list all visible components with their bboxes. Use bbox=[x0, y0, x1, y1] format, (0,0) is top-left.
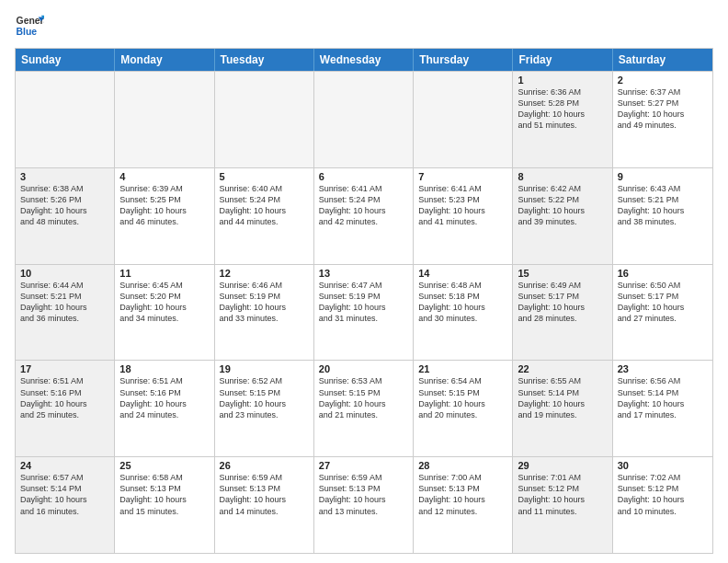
cell-info: Sunrise: 7:00 AM Sunset: 5:13 PM Dayligh… bbox=[418, 472, 507, 517]
calendar-cell: 2Sunrise: 6:37 AM Sunset: 5:27 PM Daylig… bbox=[613, 72, 712, 167]
day-number: 13 bbox=[319, 268, 408, 279]
calendar-cell: 1Sunrise: 6:36 AM Sunset: 5:28 PM Daylig… bbox=[513, 72, 612, 167]
calendar-cell: 3Sunrise: 6:38 AM Sunset: 5:26 PM Daylig… bbox=[16, 168, 115, 264]
day-number: 17 bbox=[20, 363, 109, 374]
day-number: 5 bbox=[220, 171, 309, 182]
calendar-cell: 12Sunrise: 6:46 AM Sunset: 5:19 PM Dayli… bbox=[215, 265, 314, 361]
cell-info: Sunrise: 6:38 AM Sunset: 5:26 PM Dayligh… bbox=[20, 183, 109, 228]
day-number: 11 bbox=[119, 268, 209, 279]
cell-info: Sunrise: 6:51 AM Sunset: 5:16 PM Dayligh… bbox=[119, 375, 209, 420]
cell-info: Sunrise: 6:58 AM Sunset: 5:13 PM Dayligh… bbox=[119, 472, 209, 517]
calendar-cell: 5Sunrise: 6:40 AM Sunset: 5:24 PM Daylig… bbox=[215, 168, 314, 264]
calendar-cell: 13Sunrise: 6:47 AM Sunset: 5:19 PM Dayli… bbox=[314, 265, 414, 361]
weekday-header: Monday bbox=[115, 49, 214, 71]
calendar-cell: 8Sunrise: 6:42 AM Sunset: 5:22 PM Daylig… bbox=[513, 168, 612, 264]
calendar-cell bbox=[115, 72, 214, 167]
weekday-header: Saturday bbox=[613, 49, 712, 71]
cell-info: Sunrise: 6:46 AM Sunset: 5:19 PM Dayligh… bbox=[220, 280, 309, 325]
cell-info: Sunrise: 6:53 AM Sunset: 5:15 PM Dayligh… bbox=[319, 375, 408, 420]
calendar-cell: 20Sunrise: 6:53 AM Sunset: 5:15 PM Dayli… bbox=[314, 361, 414, 456]
weekday-header: Thursday bbox=[414, 49, 513, 71]
cell-info: Sunrise: 6:41 AM Sunset: 5:24 PM Dayligh… bbox=[319, 183, 408, 228]
calendar-cell: 16Sunrise: 6:50 AM Sunset: 5:17 PM Dayli… bbox=[613, 265, 712, 361]
page: General Blue SundayMondayTuesdayWednesda… bbox=[0, 0, 728, 563]
cell-info: Sunrise: 6:54 AM Sunset: 5:15 PM Dayligh… bbox=[418, 375, 507, 420]
calendar-cell: 4Sunrise: 6:39 AM Sunset: 5:25 PM Daylig… bbox=[115, 168, 214, 264]
calendar-row: 17Sunrise: 6:51 AM Sunset: 5:16 PM Dayli… bbox=[16, 360, 712, 456]
day-number: 24 bbox=[20, 460, 109, 471]
calendar-cell: 21Sunrise: 6:54 AM Sunset: 5:15 PM Dayli… bbox=[414, 361, 513, 456]
day-number: 14 bbox=[418, 268, 507, 279]
cell-info: Sunrise: 6:43 AM Sunset: 5:21 PM Dayligh… bbox=[618, 183, 708, 228]
cell-info: Sunrise: 6:59 AM Sunset: 5:13 PM Dayligh… bbox=[319, 472, 408, 517]
cell-info: Sunrise: 6:44 AM Sunset: 5:21 PM Dayligh… bbox=[20, 280, 109, 325]
cell-info: Sunrise: 6:59 AM Sunset: 5:13 PM Dayligh… bbox=[220, 472, 309, 517]
calendar-cell: 11Sunrise: 6:45 AM Sunset: 5:20 PM Dayli… bbox=[115, 265, 214, 361]
cell-info: Sunrise: 6:57 AM Sunset: 5:14 PM Dayligh… bbox=[20, 472, 109, 517]
calendar-cell bbox=[16, 72, 115, 167]
calendar-cell: 25Sunrise: 6:58 AM Sunset: 5:13 PM Dayli… bbox=[115, 457, 214, 553]
calendar-row: 10Sunrise: 6:44 AM Sunset: 5:21 PM Dayli… bbox=[16, 264, 712, 361]
day-number: 12 bbox=[220, 268, 309, 279]
calendar-cell: 17Sunrise: 6:51 AM Sunset: 5:16 PM Dayli… bbox=[16, 361, 115, 456]
calendar-cell: 26Sunrise: 6:59 AM Sunset: 5:13 PM Dayli… bbox=[215, 457, 314, 553]
cell-info: Sunrise: 6:47 AM Sunset: 5:19 PM Dayligh… bbox=[319, 280, 408, 325]
calendar-cell bbox=[215, 72, 314, 167]
day-number: 30 bbox=[618, 460, 708, 471]
day-number: 25 bbox=[119, 460, 209, 471]
day-number: 15 bbox=[518, 268, 607, 279]
calendar-cell: 30Sunrise: 7:02 AM Sunset: 5:12 PM Dayli… bbox=[613, 457, 712, 553]
logo-icon: General Blue bbox=[15, 11, 44, 40]
day-number: 21 bbox=[418, 363, 507, 374]
calendar-cell: 10Sunrise: 6:44 AM Sunset: 5:21 PM Dayli… bbox=[16, 265, 115, 361]
day-number: 9 bbox=[618, 171, 708, 182]
cell-info: Sunrise: 6:49 AM Sunset: 5:17 PM Dayligh… bbox=[518, 280, 607, 325]
calendar-cell: 29Sunrise: 7:01 AM Sunset: 5:12 PM Dayli… bbox=[513, 457, 612, 553]
weekday-header: Sunday bbox=[16, 49, 115, 71]
cell-info: Sunrise: 6:40 AM Sunset: 5:24 PM Dayligh… bbox=[220, 183, 309, 228]
day-number: 28 bbox=[418, 460, 507, 471]
day-number: 19 bbox=[220, 363, 309, 374]
day-number: 20 bbox=[319, 363, 408, 374]
cell-info: Sunrise: 6:52 AM Sunset: 5:15 PM Dayligh… bbox=[220, 375, 309, 420]
header: General Blue bbox=[15, 11, 713, 40]
calendar-cell bbox=[314, 72, 414, 167]
calendar-cell: 23Sunrise: 6:56 AM Sunset: 5:14 PM Dayli… bbox=[613, 361, 712, 456]
calendar-cell: 15Sunrise: 6:49 AM Sunset: 5:17 PM Dayli… bbox=[513, 265, 612, 361]
cell-info: Sunrise: 7:02 AM Sunset: 5:12 PM Dayligh… bbox=[618, 472, 708, 517]
day-number: 10 bbox=[20, 268, 109, 279]
cell-info: Sunrise: 6:41 AM Sunset: 5:23 PM Dayligh… bbox=[418, 183, 507, 228]
cell-info: Sunrise: 6:36 AM Sunset: 5:28 PM Dayligh… bbox=[518, 86, 607, 132]
cell-info: Sunrise: 6:48 AM Sunset: 5:18 PM Dayligh… bbox=[418, 280, 507, 325]
calendar-cell: 19Sunrise: 6:52 AM Sunset: 5:15 PM Dayli… bbox=[215, 361, 314, 456]
day-number: 1 bbox=[518, 75, 607, 86]
cell-info: Sunrise: 6:42 AM Sunset: 5:22 PM Dayligh… bbox=[518, 183, 607, 228]
day-number: 26 bbox=[220, 460, 309, 471]
calendar-cell: 22Sunrise: 6:55 AM Sunset: 5:14 PM Dayli… bbox=[513, 361, 612, 456]
day-number: 4 bbox=[119, 171, 209, 182]
cell-info: Sunrise: 6:50 AM Sunset: 5:17 PM Dayligh… bbox=[618, 280, 708, 325]
logo: General Blue bbox=[15, 11, 46, 40]
day-number: 22 bbox=[518, 363, 607, 374]
weekday-header: Wednesday bbox=[314, 49, 414, 71]
calendar-cell bbox=[414, 72, 513, 167]
calendar-cell: 7Sunrise: 6:41 AM Sunset: 5:23 PM Daylig… bbox=[414, 168, 513, 264]
day-number: 6 bbox=[319, 171, 408, 182]
calendar-cell: 6Sunrise: 6:41 AM Sunset: 5:24 PM Daylig… bbox=[314, 168, 414, 264]
calendar-cell: 14Sunrise: 6:48 AM Sunset: 5:18 PM Dayli… bbox=[414, 265, 513, 361]
calendar-cell: 9Sunrise: 6:43 AM Sunset: 5:21 PM Daylig… bbox=[613, 168, 712, 264]
calendar-header: SundayMondayTuesdayWednesdayThursdayFrid… bbox=[16, 49, 712, 71]
cell-info: Sunrise: 6:39 AM Sunset: 5:25 PM Dayligh… bbox=[119, 183, 209, 228]
cell-info: Sunrise: 6:37 AM Sunset: 5:27 PM Dayligh… bbox=[618, 86, 708, 132]
calendar-cell: 28Sunrise: 7:00 AM Sunset: 5:13 PM Dayli… bbox=[414, 457, 513, 553]
cell-info: Sunrise: 6:56 AM Sunset: 5:14 PM Dayligh… bbox=[618, 375, 708, 420]
day-number: 27 bbox=[319, 460, 408, 471]
calendar: SundayMondayTuesdayWednesdayThursdayFrid… bbox=[15, 48, 713, 554]
cell-info: Sunrise: 6:51 AM Sunset: 5:16 PM Dayligh… bbox=[20, 375, 109, 420]
calendar-row: 24Sunrise: 6:57 AM Sunset: 5:14 PM Dayli… bbox=[16, 456, 712, 553]
day-number: 29 bbox=[518, 460, 607, 471]
calendar-body: 1Sunrise: 6:36 AM Sunset: 5:28 PM Daylig… bbox=[16, 71, 712, 553]
day-number: 2 bbox=[618, 75, 708, 86]
day-number: 23 bbox=[618, 363, 708, 374]
calendar-cell: 24Sunrise: 6:57 AM Sunset: 5:14 PM Dayli… bbox=[16, 457, 115, 553]
